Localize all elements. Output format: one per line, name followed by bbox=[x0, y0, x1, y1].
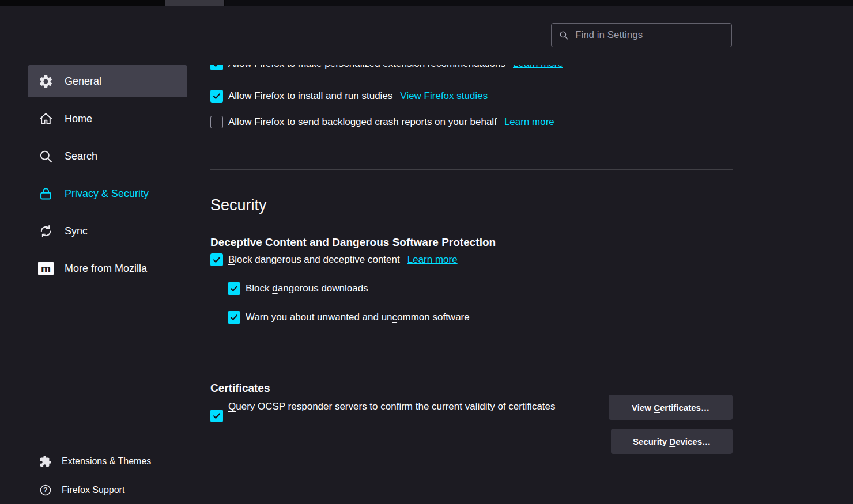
puzzle-piece-icon bbox=[39, 455, 52, 468]
sidebar-item-label: Search bbox=[65, 150, 97, 162]
access-key: D bbox=[669, 437, 675, 446]
access-key: d bbox=[272, 283, 277, 294]
checkbox-install-studies[interactable] bbox=[210, 90, 223, 103]
setting-row-crash-reports: Allow Firefox to send backlogged crash r… bbox=[210, 116, 554, 128]
sidebar-item-sync[interactable]: Sync bbox=[28, 215, 187, 247]
sidebar-item-extensions-themes[interactable]: Extensions & Themes bbox=[28, 447, 192, 476]
sidebar-item-privacy-security[interactable]: Privacy & Security bbox=[28, 177, 187, 210]
access-key: c bbox=[392, 312, 398, 323]
button-label: View Certificates… bbox=[632, 403, 709, 412]
lock-icon bbox=[38, 186, 54, 202]
sync-arrows-icon bbox=[38, 223, 54, 239]
setting-row-block-dangerous-downloads: Block dangerous downloads bbox=[228, 282, 368, 295]
find-in-settings-box[interactable] bbox=[551, 23, 732, 47]
setting-label-ocsp: Query OCSP responder servers to confirm … bbox=[228, 396, 568, 417]
home-icon bbox=[38, 111, 54, 127]
settings-sidebar: General Home Search Privacy & Security S… bbox=[28, 65, 187, 290]
gear-icon bbox=[38, 74, 54, 89]
sidebar-item-label: Extensions & Themes bbox=[62, 456, 151, 467]
sidebar-item-search[interactable]: Search bbox=[28, 140, 187, 172]
checkbox-block-dangerous-content[interactable] bbox=[210, 253, 223, 266]
sidebar-item-home[interactable]: Home bbox=[28, 103, 187, 135]
access-key: B bbox=[228, 254, 235, 265]
check-icon bbox=[212, 411, 221, 420]
checkbox-crash-reports[interactable] bbox=[210, 116, 223, 128]
sidebar-item-label: Sync bbox=[65, 225, 88, 237]
access-key: Q bbox=[228, 401, 236, 412]
security-section-heading: Security bbox=[210, 196, 267, 214]
sidebar-item-more-from-mozilla[interactable]: m More from Mozilla bbox=[28, 252, 187, 285]
sidebar-item-label: General bbox=[65, 75, 101, 88]
checkbox-warn-uncommon-software[interactable] bbox=[228, 311, 240, 324]
find-in-settings-input[interactable] bbox=[574, 29, 724, 41]
firefox-settings-page: Allow Firefox to make personalized exten… bbox=[0, 0, 853, 504]
browser-chrome-right bbox=[225, 0, 853, 6]
learn-more-link[interactable]: Learn more bbox=[504, 116, 554, 128]
check-icon bbox=[229, 284, 239, 293]
access-key: c bbox=[333, 116, 338, 127]
security-devices-button[interactable]: Security Devices… bbox=[611, 429, 733, 454]
setting-label: Warn you about unwanted and uncommon sof… bbox=[246, 312, 470, 323]
browser-tab-fragment[interactable] bbox=[165, 0, 224, 6]
setting-row-install-studies: Allow Firefox to install and run studies… bbox=[210, 90, 488, 103]
sidebar-item-general[interactable]: General bbox=[28, 65, 187, 97]
svg-text:?: ? bbox=[43, 486, 47, 494]
sidebar-footer: Extensions & Themes ? Firefox Support bbox=[28, 447, 192, 504]
setting-row-block-dangerous-content: Block dangerous and deceptive content Le… bbox=[210, 253, 458, 266]
sidebar-item-label: Firefox Support bbox=[62, 485, 124, 495]
section-divider bbox=[210, 169, 733, 170]
browser-chrome-strip bbox=[0, 0, 853, 6]
sticky-header-background bbox=[196, 6, 853, 65]
view-certificates-button[interactable]: View Certificates… bbox=[609, 395, 733, 420]
check-icon bbox=[212, 92, 221, 101]
mozilla-m-icon: m bbox=[38, 261, 54, 276]
sidebar-item-label: More from Mozilla bbox=[65, 263, 147, 275]
setting-label: Block dangerous downloads bbox=[246, 283, 368, 294]
check-icon bbox=[229, 313, 239, 322]
question-circle-icon: ? bbox=[39, 484, 52, 497]
setting-label: Allow Firefox to install and run studies bbox=[228, 90, 392, 102]
magnifier-icon bbox=[38, 149, 54, 164]
button-label: Security Devices… bbox=[633, 437, 711, 446]
check-icon bbox=[212, 255, 221, 264]
sidebar-item-label: Home bbox=[65, 113, 92, 125]
setting-label: Allow Firefox to send backlogged crash r… bbox=[228, 116, 497, 128]
sidebar-item-firefox-support[interactable]: ? Firefox Support bbox=[28, 476, 192, 504]
certificates-heading: Certificates bbox=[210, 381, 270, 395]
view-firefox-studies-link[interactable]: View Firefox studies bbox=[400, 90, 488, 102]
checkbox-block-dangerous-downloads[interactable] bbox=[228, 282, 240, 295]
access-key: C bbox=[654, 403, 660, 412]
setting-label: Block dangerous and deceptive content bbox=[228, 254, 400, 266]
checkbox-ocsp-query[interactable] bbox=[210, 410, 223, 422]
sidebar-item-label: Privacy & Security bbox=[65, 188, 149, 200]
deceptive-content-heading: Deceptive Content and Dangerous Software… bbox=[210, 236, 496, 249]
search-icon bbox=[558, 30, 569, 40]
learn-more-link[interactable]: Learn more bbox=[407, 254, 458, 266]
setting-row-warn-uncommon-software: Warn you about unwanted and uncommon sof… bbox=[228, 311, 470, 324]
